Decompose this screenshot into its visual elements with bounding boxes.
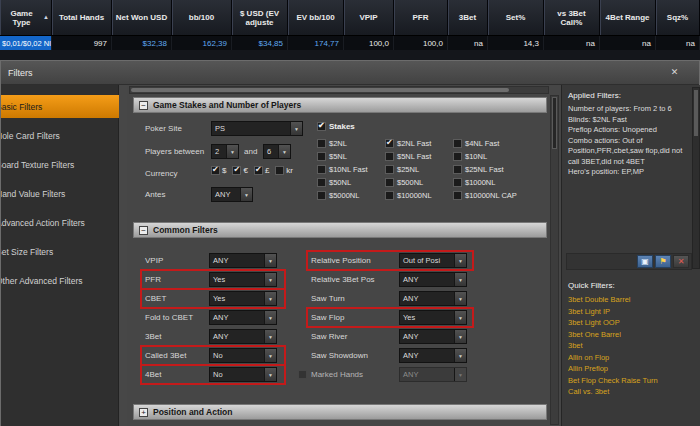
stake-option-1000nl[interactable]: $1000NL xyxy=(453,178,495,187)
saw-flop-dropdown[interactable]: Yes▼ xyxy=(399,310,467,325)
stake-option-25nl[interactable]: $25NL xyxy=(385,165,419,174)
vertical-scrollbar[interactable] xyxy=(550,95,559,425)
currency-usd-option[interactable]: $ xyxy=(211,166,226,175)
horizontal-scrollbar[interactable] xyxy=(129,86,549,94)
saw-showdown-dropdown[interactable]: ANY▼ xyxy=(399,348,467,363)
section-header-common-filters[interactable]: − Common Filters xyxy=(133,222,547,238)
3bet-dropdown[interactable]: ANY▼ xyxy=(209,329,277,344)
players-max-dropdown[interactable]: 6 ▼ xyxy=(263,144,291,159)
close-icon[interactable]: ✕ xyxy=(668,66,681,79)
column-header-vpip[interactable]: VPIP xyxy=(344,0,394,35)
column-header-pfr[interactable]: PFR xyxy=(394,0,448,35)
quick-filter-item[interactable]: Allin Preflop xyxy=(568,363,696,375)
stake-option-50nl[interactable]: $50NL xyxy=(317,178,351,187)
section-header-game-stakes[interactable]: − Game Stakes and Number of Players xyxy=(133,97,547,113)
collapse-icon[interactable]: − xyxy=(139,101,148,110)
players-min-dropdown[interactable]: 2 ▼ xyxy=(211,144,239,159)
fold-to-cbet-dropdown[interactable]: ANY▼ xyxy=(209,310,277,325)
currency-eur-option[interactable]: € xyxy=(232,166,247,175)
column-header-net-won-usd[interactable]: Net Won USD xyxy=(112,0,172,35)
column-header-4bet-range[interactable]: 4Bet Range xyxy=(600,0,656,35)
column-header-vs-3bet-call[interactable]: vs 3Bet Call% xyxy=(544,0,600,35)
quick-filter-item[interactable]: 3bet One Barrel xyxy=(568,329,696,341)
expand-icon[interactable]: + xyxy=(139,408,148,417)
clear-icon-button[interactable]: ✕ xyxy=(673,255,689,268)
quick-filter-item[interactable]: Call vs. 3bet xyxy=(568,386,696,398)
quick-filter-item[interactable]: Allin on Flop xyxy=(568,352,696,364)
pfr-dropdown[interactable]: Yes▼ xyxy=(209,272,277,287)
dropdown-value: ANY xyxy=(400,273,454,286)
stake-option-10000nl[interactable]: $10000NL xyxy=(385,191,432,200)
column-header-bb100[interactable]: bb/100 xyxy=(172,0,232,35)
column-header-sqz[interactable]: Sqz% xyxy=(656,0,700,35)
stake-option-500nl[interactable]: $500NL xyxy=(385,178,423,187)
column-header-3bet[interactable]: 3Bet xyxy=(448,0,488,35)
stake-option-10nl-fast[interactable]: $10NL Fast xyxy=(317,165,368,174)
antes-dropdown[interactable]: ANY ▼ xyxy=(211,187,253,202)
saw-river-dropdown[interactable]: ANY▼ xyxy=(399,329,467,344)
4bet-dropdown[interactable]: No▼ xyxy=(209,367,277,382)
stats-cell-ev-bb100: 174,77 xyxy=(288,36,344,50)
marked-hands-checkbox[interactable] xyxy=(298,370,307,379)
column-label: VPIP xyxy=(359,13,377,22)
collapse-icon[interactable]: − xyxy=(139,226,148,235)
section-header-position-and-action[interactable]: + Position and Action xyxy=(133,404,547,420)
column-header-set-pct[interactable]: Set% xyxy=(488,0,544,35)
dropdown-value: Yes xyxy=(400,311,454,324)
stake-label: $1000NL xyxy=(465,178,495,187)
applied-filters-scrollbar[interactable] xyxy=(692,87,700,269)
currency-kr-option[interactable]: kr xyxy=(275,166,293,175)
screen-icon-button[interactable]: ▣ xyxy=(637,255,653,268)
relative-position-dropdown[interactable]: Out of Posi▼ xyxy=(399,253,467,268)
chevron-down-icon: ▼ xyxy=(264,330,276,343)
cbet-dropdown[interactable]: Yes▼ xyxy=(209,291,277,306)
quick-filter-item[interactable]: 3bet Double Barrel xyxy=(568,294,696,306)
stats-cell-pfr: 100,0 xyxy=(394,36,448,50)
flag-icon-button[interactable]: ⚑ xyxy=(655,255,671,268)
relative-3bet-pos-dropdown[interactable]: ANY▼ xyxy=(399,272,467,287)
stake-option-25nl-fast[interactable]: $25NL Fast xyxy=(453,165,504,174)
sidebar-item-advanced-action-filters[interactable]: Advanced Action Filters xyxy=(1,211,119,234)
saw-turn-dropdown[interactable]: ANY▼ xyxy=(399,291,467,306)
stake-option-4nl-fast[interactable]: $4NL Fast xyxy=(453,139,499,148)
quick-filter-item[interactable]: 3bet Light IP xyxy=(568,306,696,318)
scrollbar-thumb[interactable] xyxy=(552,97,557,149)
column-header-game-type[interactable]: Game Type▲ xyxy=(0,0,52,35)
quick-filter-item[interactable]: 3bet xyxy=(568,340,696,352)
dropdown-value: ANY xyxy=(400,330,454,343)
sidebar-item-label: Hole Card Filters xyxy=(1,131,60,141)
stakes-master-checkbox[interactable]: Stakes xyxy=(317,122,355,131)
vpip-dropdown[interactable]: ANY▼ xyxy=(209,253,277,268)
column-header-ev-bb100[interactable]: EV bb/100 xyxy=(288,0,344,35)
poker-site-dropdown[interactable]: PS ▼ xyxy=(211,121,303,136)
stake-label: $500NL xyxy=(397,178,423,187)
dropdown-value: ANY xyxy=(210,254,264,267)
stats-table-row[interactable]: $0,01/$0,02 NI 997 $32,38 162,39 $34,85 … xyxy=(0,36,700,50)
quick-filter-item[interactable]: 3bet Light OOP xyxy=(568,317,696,329)
column-header-total-hands[interactable]: Total Hands xyxy=(52,0,112,35)
dropdown-value: 2 xyxy=(212,145,226,158)
dialog-titlebar[interactable]: Filters ✕ xyxy=(1,61,699,85)
stake-option-5nl-fast[interactable]: $5NL Fast xyxy=(385,152,431,161)
sidebar-item-hole-card-filters[interactable]: Hole Card Filters xyxy=(1,124,119,147)
sidebar-item-hand-value-filters[interactable]: Hand Value Filters xyxy=(1,182,119,205)
quick-filter-item[interactable]: Bet Flop Check Raise Turn xyxy=(568,375,696,387)
sidebar-item-bet-size-filters[interactable]: Bet Size Filters xyxy=(1,240,119,263)
scrollbar-thumb[interactable] xyxy=(694,90,698,136)
scrollbar-thumb[interactable] xyxy=(131,88,509,92)
sidebar-item-basic-filters[interactable]: Basic Filters xyxy=(1,95,119,118)
stake-option-2nl[interactable]: $2NL xyxy=(317,139,347,148)
called-3bet-dropdown[interactable]: No▼ xyxy=(209,348,277,363)
sidebar-item-other-advanced-filters[interactable]: Other Advanced Filters xyxy=(1,269,119,292)
currency-gbp-option[interactable]: £ xyxy=(254,166,269,175)
stake-option-5000nl[interactable]: $5000NL xyxy=(317,191,359,200)
column-header-usd-ev-adjusted[interactable]: $ USD (EV adjuste xyxy=(232,0,288,35)
saw-flop-filter-label: Saw Flop xyxy=(311,313,344,322)
stake-option-2nl-fast[interactable]: $2NL Fast xyxy=(385,139,431,148)
stake-option-10nl[interactable]: $10NL xyxy=(453,152,487,161)
sidebar-item-board-texture-filters[interactable]: Board Texture Filters xyxy=(1,153,119,176)
stake-option-10000nl-cap[interactable]: $10000NL CAP xyxy=(453,191,517,200)
stake-label: $4NL Fast xyxy=(465,139,499,148)
checkbox-icon xyxy=(453,178,462,187)
stake-option-5nl[interactable]: $5NL xyxy=(317,152,347,161)
